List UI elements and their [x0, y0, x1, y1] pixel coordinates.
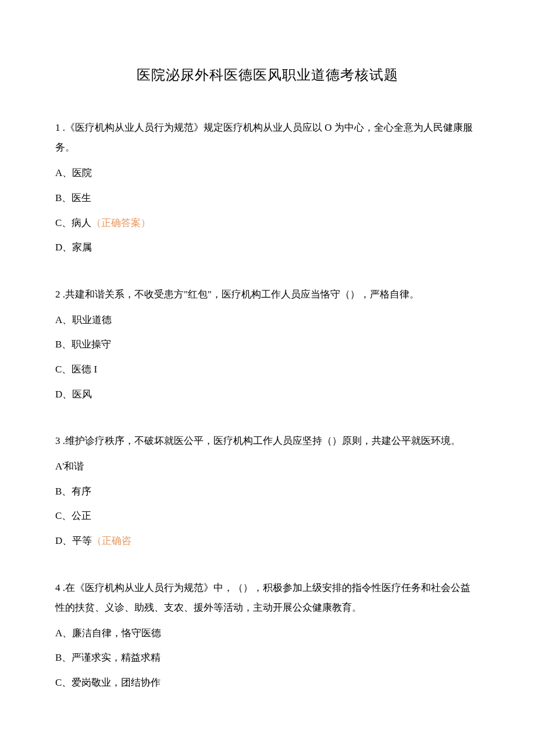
- option-b: B、严谨求实，精益求精: [55, 649, 480, 667]
- option-d: D、家属: [55, 239, 480, 257]
- option-d: D、平等（正确咨: [55, 532, 480, 550]
- correct-marker: （正确咨: [92, 535, 131, 546]
- question-text: 4 .在《医疗机构从业人员行为规范》中，（），积极参加上级安排的指令性医疗任务和…: [55, 578, 480, 618]
- option-label: A、职业道德: [55, 314, 112, 325]
- option-label: A、廉洁自律，恪守医德: [55, 628, 161, 639]
- option-c: C、爱岗敬业，团结协作: [55, 674, 480, 692]
- question-number: 4: [55, 582, 60, 593]
- document-title: 医院泌尿外科医德医风职业道德考核试题: [55, 64, 480, 86]
- option-label: C、病人: [55, 217, 91, 228]
- correct-marker: （正确答案）: [91, 217, 151, 228]
- option-b: B、有序: [55, 483, 480, 501]
- option-a: A、医院: [55, 164, 480, 182]
- question-number: 3: [55, 435, 60, 446]
- option-label: C、爱岗敬业，团结协作: [55, 677, 160, 688]
- question-text: 3 .维护诊疗秩序，不破坏就医公平，医疗机构工作人员应坚持（）原则，共建公平就医…: [55, 431, 480, 451]
- option-d: D、医风: [55, 386, 480, 404]
- option-c: C、公正: [55, 507, 480, 525]
- option-label: C、公正: [55, 510, 91, 521]
- question-text: 2 .共建和谐关系，不收受患方"红包"，医疗机构工作人员应当恪守（），严格自律。: [55, 285, 480, 304]
- question-3: 3 .维护诊疗秩序，不破坏就医公平，医疗机构工作人员应坚持（）原则，共建公平就医…: [55, 431, 480, 550]
- option-label: B、医生: [55, 192, 91, 203]
- option-b: B、医生: [55, 189, 480, 207]
- option-label: B、严谨求实，精益求精: [55, 652, 160, 663]
- option-a: A、职业道德: [55, 311, 480, 329]
- question-1: 1 .《医疗机构从业人员行为规范》规定医疗机构从业人员应以 O 为中心，全心全意…: [55, 118, 480, 256]
- question-4: 4 .在《医疗机构从业人员行为规范》中，（），积极参加上级安排的指令性医疗任务和…: [55, 578, 480, 692]
- option-label: D、医风: [55, 389, 92, 400]
- question-number: 1: [55, 122, 60, 133]
- option-a: A'和谐: [55, 458, 480, 476]
- option-label: A'和谐: [55, 461, 84, 472]
- option-label: D、平等: [55, 535, 92, 546]
- question-text: 1 .《医疗机构从业人员行为规范》规定医疗机构从业人员应以 O 为中心，全心全意…: [55, 118, 480, 157]
- option-b: B、职业操守: [55, 336, 480, 354]
- option-label: B、职业操守: [55, 339, 111, 350]
- option-c: C、病人（正确答案）: [55, 214, 480, 232]
- question-body: .在《医疗机构从业人员行为规范》中，（），积极参加上级安排的指令性医疗任务和社会…: [55, 582, 470, 613]
- question-2: 2 .共建和谐关系，不收受患方"红包"，医疗机构工作人员应当恪守（），严格自律。…: [55, 285, 480, 403]
- option-a: A、廉洁自律，恪守医德: [55, 625, 480, 643]
- question-body: .共建和谐关系，不收受患方"红包"，医疗机构工作人员应当恪守（），严格自律。: [60, 289, 419, 300]
- question-body: .维护诊疗秩序，不破坏就医公平，医疗机构工作人员应坚持（）原则，共建公平就医环境…: [60, 435, 461, 446]
- option-label: C、医德 I: [55, 364, 97, 375]
- option-label: B、有序: [55, 486, 91, 497]
- option-label: A、医院: [55, 167, 92, 178]
- option-c: C、医德 I: [55, 361, 480, 379]
- option-label: D、家属: [55, 242, 92, 253]
- question-number: 2: [55, 289, 60, 300]
- question-body: .《医疗机构从业人员行为规范》规定医疗机构从业人员应以 O 为中心，全心全意为人…: [55, 122, 473, 153]
